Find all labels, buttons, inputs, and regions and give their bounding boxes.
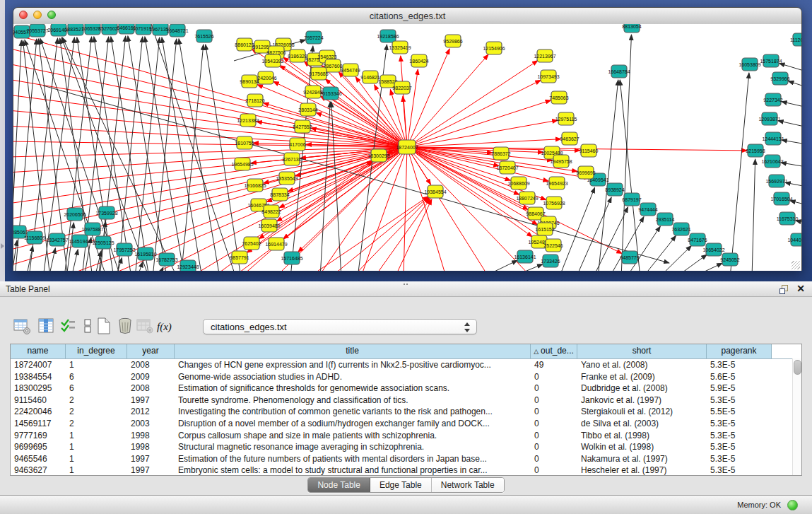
cell: 0 <box>531 418 577 430</box>
table-tab-group: Node TableEdge TableNetwork Table <box>307 477 504 493</box>
node-label: 17016504 <box>770 197 792 201</box>
network-graph[interactable]: 9405572205537272069140618835274106532871… <box>13 24 801 271</box>
scrollbar-thumb[interactable] <box>794 360 801 375</box>
table-mode-icon[interactable] <box>13 317 33 337</box>
panel-title: Table Panel <box>6 284 50 294</box>
node-label: 6879197 <box>622 197 641 202</box>
node-label: 13342757 <box>46 238 68 243</box>
tab-network-table[interactable]: Network Table <box>432 478 504 492</box>
cell: 9115460 <box>11 395 66 407</box>
cell: 6 <box>66 382 127 395</box>
splitter-grip[interactable] <box>403 283 408 286</box>
column-header-in-degree[interactable]: in_degree <box>66 344 127 358</box>
node-label: 16053809 <box>739 62 760 67</box>
column-header-name[interactable]: name <box>11 344 66 358</box>
column-header-pagerank[interactable]: pagerank <box>707 344 772 358</box>
function-builder-icon[interactable]: f(x) <box>157 317 181 337</box>
node-label: 13535549 <box>276 176 298 181</box>
node-label: 9890134 <box>240 79 259 84</box>
cell: 5.3E-5 <box>707 418 772 430</box>
tab-node-table[interactable]: Node Table <box>308 478 370 492</box>
table-row[interactable]: 1872400712008Changes of HCN gene express… <box>11 359 801 371</box>
new-column-icon[interactable] <box>95 317 114 337</box>
cell: Franke et al. (2009) <box>577 371 707 383</box>
cell: 2 <box>66 406 127 418</box>
cell: 19384554 <box>11 371 66 383</box>
node-label: 9329966 <box>770 76 789 81</box>
node-label: 9485779 <box>620 255 639 260</box>
node-label: 10756928 <box>543 201 565 206</box>
dropdown-arrows-icon <box>464 322 470 332</box>
table-row[interactable]: 977716911998Corpus callosum shape and si… <box>11 430 801 442</box>
table-row[interactable]: 2242004622012Investigating the contribut… <box>11 406 801 418</box>
node-label: 7615526 <box>194 34 213 39</box>
cell: 0 <box>531 453 577 465</box>
memory-status-label: Memory: OK <box>737 501 781 509</box>
sort-ascending-icon: △ <box>534 348 539 355</box>
node-label: 16648784 <box>608 69 630 74</box>
cell: Tibbo et al. (1998) <box>577 430 707 442</box>
cell: 1997 <box>127 395 175 407</box>
table-row[interactable]: 1830029562008Estimation of significance … <box>11 382 801 395</box>
column-header-short[interactable]: short <box>577 344 707 358</box>
node-label: 16195810 <box>134 252 156 257</box>
cell: Hescheler et al. (1997) <box>577 465 707 476</box>
cell: 2 <box>66 418 127 430</box>
node-label: 9242848 <box>303 90 322 95</box>
node-label: 1860424 <box>409 59 428 64</box>
node-label: 2803144 <box>298 107 317 112</box>
node-label: 15692971 <box>765 179 787 184</box>
cell: 5.6E-5 <box>707 371 772 383</box>
memory-ok-indicator-icon[interactable] <box>787 500 798 510</box>
cell: 2008 <box>127 382 175 395</box>
table-row[interactable]: 969969511998Structural magnetic resonanc… <box>11 441 801 453</box>
table-panel-header: Table Panel ✕ <box>0 281 812 297</box>
tab-edge-table[interactable]: Edge Table <box>370 478 432 492</box>
column-header-out-de-[interactable]: △out_de... <box>531 344 577 358</box>
cell: 1 <box>66 441 127 453</box>
collapsed-panel-arrow-icon[interactable] <box>1 243 4 249</box>
table-vertical-scrollbar[interactable] <box>792 358 801 475</box>
cell: Genome-wide association studies in ADHD. <box>175 371 531 383</box>
table-row[interactable]: 1938455462009Genome-wide association stu… <box>11 371 801 383</box>
cell: 5.3E-5 <box>707 359 772 371</box>
node-label: 1733426 <box>541 259 560 264</box>
column-header-year[interactable]: year <box>127 344 175 358</box>
node-label: 15716485 <box>281 256 302 261</box>
table-selector-dropdown[interactable]: citations_edges.txt <box>203 319 477 334</box>
cell: 9777169 <box>11 430 66 442</box>
delete-table-icon[interactable] <box>136 317 155 337</box>
node-label: 417006 <box>289 142 305 147</box>
table-row[interactable]: 946554611997Estimation of the future num… <box>11 453 801 465</box>
float-panel-icon[interactable] <box>779 284 789 293</box>
cell: 2012 <box>127 406 175 418</box>
node-label: 19218586 <box>377 34 399 39</box>
node-label: 11156809 <box>24 235 45 240</box>
node-label: 16914479 <box>265 242 287 247</box>
network-window-titlebar[interactable]: citations_edges.txt <box>13 8 801 25</box>
node-label: 9115460 <box>579 148 599 153</box>
table-row[interactable]: 1456911722003Disruption of a novel membe… <box>11 418 801 430</box>
resize-grip-icon[interactable] <box>792 261 800 269</box>
node-label: 13325419 <box>389 45 411 50</box>
select-all-icon[interactable] <box>59 317 79 337</box>
node-label: 12975115 <box>555 117 577 122</box>
node-label: 1615152 <box>535 227 554 232</box>
node-label: 9822037 <box>392 86 411 90</box>
node-label: 16648721 <box>166 28 188 33</box>
node-label: 12213967 <box>534 54 555 59</box>
node-label: 18807249 <box>516 196 538 201</box>
cell: 5.3E-5 <box>707 441 772 453</box>
network-canvas[interactable]: 9405572205537272069140618835274106532871… <box>13 24 801 271</box>
node-label: 7625402 <box>242 241 261 246</box>
delete-column-icon[interactable] <box>116 317 136 337</box>
close-panel-icon[interactable]: ✕ <box>796 284 805 293</box>
cell: 5.3E-5 <box>707 430 772 442</box>
show-columns-icon[interactable] <box>37 317 57 337</box>
table-row[interactable]: 946362711997Embryonic stem cells: a mode… <box>11 465 801 476</box>
column-header-title[interactable]: title <box>175 344 531 358</box>
table-row[interactable]: 911546021997Tourette syndrome. Phenomeno… <box>11 395 801 407</box>
node-label: 12154906 <box>483 46 505 51</box>
cell: Embryonic stem cells: a model to study s… <box>175 465 531 476</box>
cell: 1998 <box>127 430 175 442</box>
